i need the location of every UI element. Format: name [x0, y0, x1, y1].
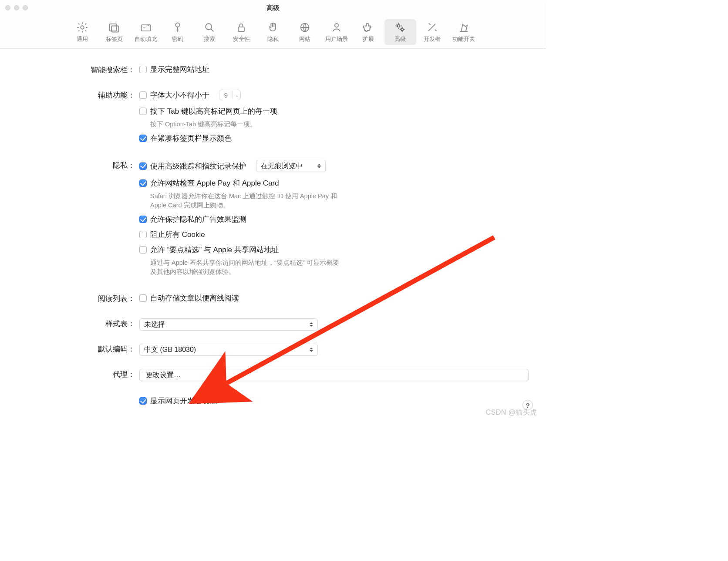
show-full-address-label: 显示完整网站地址: [150, 64, 209, 74]
stylesheet-label: 样式表：: [17, 318, 139, 329]
block-cookies-label: 阻止所有 Cookie: [150, 230, 205, 240]
toolbar-tab-label: 用户场景: [325, 35, 348, 43]
toolbar-tab-flags[interactable]: 功能开关: [448, 19, 480, 45]
tracking-protect-checkbox[interactable]: [139, 162, 147, 170]
svg-point-5: [206, 24, 212, 30]
toolbar-tab-passwords[interactable]: 密码: [162, 19, 194, 45]
tracking-scope-select[interactable]: 在无痕浏览中: [256, 160, 326, 172]
smart-search-label: 智能搜索栏：: [17, 64, 139, 75]
toolbar-tab-advanced[interactable]: 高级: [384, 19, 416, 45]
stylesheet-select[interactable]: 未选择: [139, 318, 318, 331]
share-highlights-hint: 通过与 Apple 匿名共享你访问的网站地址，“要点精选” 可显示概要及其他内容…: [139, 258, 344, 277]
apple-pay-check-checkbox[interactable]: [139, 179, 147, 187]
tabs-icon: [108, 21, 120, 34]
toolbar-tab-privacy[interactable]: 隐私: [257, 19, 289, 45]
compact-tab-color-label: 在紧凑标签页栏显示颜色: [150, 133, 232, 143]
min-font-stepper[interactable]: 9 ⌄: [219, 90, 241, 100]
toolbar-tab-label: 高级: [394, 35, 406, 43]
flags-icon: [458, 21, 470, 34]
toolbar-tab-developer[interactable]: 开发者: [416, 19, 448, 45]
toolbar-tab-label: 开发者: [424, 35, 441, 43]
svg-point-8: [335, 24, 338, 27]
tracking-protect-label: 使用高级跟踪和指纹记录保护: [150, 161, 246, 171]
min-font-label: 字体大小不得小于: [150, 90, 209, 100]
svg-point-10: [401, 28, 403, 30]
zoom-window-button[interactable]: [23, 5, 28, 10]
block-cookies-checkbox[interactable]: [139, 231, 147, 238]
titlebar: 高级: [0, 0, 546, 16]
encoding-select[interactable]: 中文 (GB 18030): [139, 344, 318, 356]
tools-icon: [426, 21, 438, 34]
toolbar-tab-label: 密码: [172, 35, 183, 43]
toolbar-tab-label: 网站: [299, 35, 310, 43]
tab-highlight-label: 按下 Tab 键以高亮标记网页上的每一项: [150, 106, 277, 116]
prefs-toolbar: 通用标签页自动填充密码搜索安全性隐私网站用户场景扩展高级开发者功能开关: [0, 16, 546, 49]
autofill-icon: [140, 21, 152, 34]
profile-icon: [330, 21, 343, 34]
toolbar-tab-profiles[interactable]: 用户场景: [321, 19, 353, 45]
globe-icon: [299, 21, 311, 34]
toolbar-tab-general[interactable]: 通用: [67, 19, 98, 45]
traffic-lights: [5, 5, 28, 10]
tab-highlight-checkbox[interactable]: [139, 108, 147, 115]
toolbar-tab-label: 扩展: [363, 35, 374, 43]
toolbar-tab-label: 标签页: [106, 35, 123, 43]
toolbar-tab-label: 功能开关: [452, 35, 475, 43]
apple-pay-check-label: 允许网站检查 Apple Pay 和 Apple Card: [150, 178, 279, 188]
proxy-label: 代理：: [17, 369, 139, 379]
toolbar-tab-websites[interactable]: 网站: [289, 19, 321, 45]
close-window-button[interactable]: [5, 5, 10, 10]
show-full-address-checkbox[interactable]: [139, 66, 147, 73]
key-icon: [172, 21, 184, 34]
toolbar-tab-search[interactable]: 搜索: [194, 19, 226, 45]
encoding-label: 默认编码：: [17, 344, 139, 354]
chevron-down-icon: ⌄: [233, 90, 240, 100]
toolbar-tab-label: 安全性: [233, 35, 250, 43]
advanced-settings: 智能搜索栏： 显示完整网站地址 辅助功能： 字体大小不得小于 9 ⌄: [0, 49, 546, 420]
auto-save-offline-label: 自动存储文章以便离线阅读: [150, 293, 239, 303]
svg-rect-1: [110, 24, 117, 30]
window-title: 高级: [266, 4, 280, 12]
updown-icon: [307, 320, 316, 329]
lock-icon: [235, 21, 247, 34]
ad-measure-label: 允许保护隐私的广告效果监测: [150, 214, 246, 224]
updown-icon: [315, 162, 324, 170]
toolbar-tab-label: 隐私: [267, 35, 279, 43]
puzzle-icon: [362, 21, 374, 34]
gears-icon: [394, 21, 406, 34]
toolbar-tab-label: 自动填充: [135, 35, 157, 43]
toolbar-tab-tabs[interactable]: 标签页: [98, 19, 130, 45]
toolbar-tab-autofill[interactable]: 自动填充: [130, 19, 162, 45]
svg-point-9: [398, 24, 400, 27]
svg-rect-3: [142, 25, 151, 31]
svg-rect-6: [238, 27, 244, 31]
hand-icon: [267, 21, 279, 34]
auto-save-offline-checkbox[interactable]: [139, 294, 147, 302]
privacy-label: 隐私：: [17, 160, 139, 170]
ad-measure-checkbox[interactable]: [139, 216, 147, 223]
svg-point-4: [175, 23, 179, 27]
share-highlights-label: 允许 “要点精选” 与 Apple 共享网站地址: [150, 245, 279, 255]
compact-tab-color-checkbox[interactable]: [139, 135, 147, 142]
toolbar-tab-label: 通用: [77, 35, 88, 43]
proxy-settings-button[interactable]: 更改设置…: [139, 369, 529, 381]
toolbar-tab-label: 搜索: [204, 35, 215, 43]
watermark: CSDN @猫头虎: [485, 408, 537, 417]
toolbar-tab-extensions[interactable]: 扩展: [353, 19, 384, 45]
tab-highlight-hint: 按下 Option-Tab 键高亮标记每一项。: [139, 120, 344, 129]
apple-pay-hint: Safari 浏览器允许你在这台 Mac 上通过触控 ID 使用 Apple P…: [139, 192, 344, 210]
reading-list-label: 阅读列表：: [17, 293, 139, 304]
gear-icon: [76, 21, 88, 34]
share-highlights-checkbox[interactable]: [139, 246, 147, 253]
accessibility-label: 辅助功能：: [17, 90, 139, 100]
show-develop-menu-checkbox[interactable]: [139, 397, 147, 405]
toolbar-tab-security[interactable]: 安全性: [226, 19, 257, 45]
svg-point-0: [81, 26, 84, 29]
show-develop-menu-label: 显示网页开发者功能: [150, 396, 217, 406]
updown-icon: [307, 345, 316, 354]
minimize-window-button[interactable]: [14, 5, 19, 10]
min-font-checkbox[interactable]: [139, 91, 147, 99]
search-icon: [203, 21, 216, 34]
